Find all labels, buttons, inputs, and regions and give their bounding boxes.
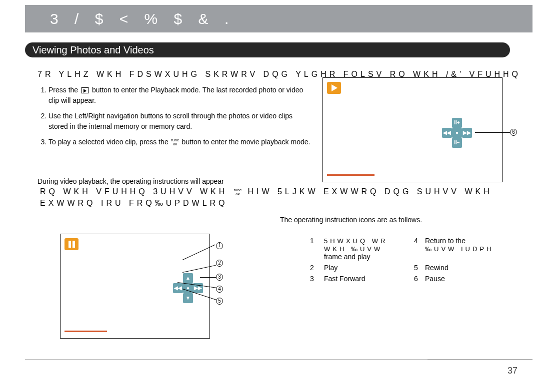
step-3-text-b: button to enter the movie playback mode. (182, 138, 310, 146)
legend-txt-5: Rewind (425, 264, 515, 272)
callout-2: 2 (216, 260, 223, 267)
legend-num-4: 4 (414, 237, 425, 261)
legend-4-line1: Return to the (425, 237, 466, 245)
dpad-center-icon: ● (452, 128, 462, 138)
step-1-text-a: Press the (48, 86, 80, 94)
corrupted-line-2: EXWWRQ IRU FRQ‰UPDWLRQ (40, 199, 228, 208)
section-title: Viewing Photos and Videos (32, 44, 154, 56)
legend-num-2: 2 (310, 264, 324, 272)
legend-1a-line2: frame and play (324, 253, 370, 261)
dpad-right-icon: ▶▶ (462, 128, 472, 138)
callout-line-6 (475, 132, 510, 133)
legend-num-1: 1 (310, 237, 324, 261)
legend-txt-1: 5HWXUQ WR WKH ‰UVW frame and play (324, 237, 414, 261)
func-ok-icon: func ok (172, 138, 179, 146)
legend-table: 1 5HWXUQ WR WKH ‰UVW frame and play 4 Re… (310, 237, 515, 286)
legend-num-6: 6 (414, 275, 425, 283)
playback-icon (81, 87, 89, 93)
ok-label: ok (172, 142, 179, 146)
corr1b: HIW 5LJKW EXWWRQ DQG SUHVV WKH (248, 187, 492, 196)
ok-label-2: ok (234, 192, 242, 196)
legend-row-1: 1 5HWXUQ WR WKH ‰UVW frame and play 4 Re… (310, 237, 515, 261)
callout-4: 4 (216, 286, 223, 293)
legend-txt-2: Play (324, 264, 414, 272)
callout-line-3 (200, 277, 216, 278)
dpad-up-icon-2: ▲ (183, 273, 193, 283)
legend-num-3: 3 (310, 275, 324, 283)
corrupted-line-1: RQ WKH VFUHHQ 3UHVV WKH func ok HIW 5LJK… (40, 187, 492, 196)
pause-badge-icon (64, 238, 78, 250)
manual-page: 3 / $ < % $ & . Viewing Photos and Video… (0, 0, 540, 392)
operating-desc: The operating instruction icons are as f… (280, 216, 422, 224)
legend-4-corr: ‰UVW IUDPH (425, 245, 494, 253)
step-2: Use the Left/Right navigation buttons to… (48, 111, 312, 132)
callout-5: 5 (216, 298, 223, 305)
lcd-preview-play: II+ II− ◀◀ ▶▶ ● (322, 77, 502, 182)
legend-txt-3: Fast Forward (324, 275, 414, 283)
step-3-text-a: To play a selected video clip, press the (48, 138, 170, 146)
step-1: Press the button to enter the Playback m… (48, 85, 312, 106)
lcd-preview-pause: ▲ ▼ ◀◀ ▶▶ ● (60, 234, 210, 339)
legend-num-5: 5 (414, 264, 425, 272)
footer-accent (428, 360, 532, 360)
dpad-down-icon: II− (452, 138, 462, 148)
corr1a: RQ WKH VFUHHQ 3UHVV WKH (40, 187, 228, 196)
dpad-down-icon-2: ▼ (183, 293, 193, 303)
progress-bar-bottom (64, 331, 107, 332)
callout-6: 6 (510, 129, 517, 136)
dpad-top: II+ II− ◀◀ ▶▶ ● (442, 118, 472, 148)
dpad-left-icon: ◀◀ (442, 128, 452, 138)
legend-row-2: 2 Play 5 Rewind (310, 264, 515, 272)
legend-1a-corr: 5HWXUQ WR WKH ‰UVW (324, 237, 388, 253)
legend-txt-6: Pause (425, 275, 515, 283)
banner-title: 3 / $ < % $ & . (50, 10, 234, 27)
step-3: To play a selected video clip, press the… (48, 137, 312, 147)
dpad-up-icon: II+ (452, 118, 462, 128)
instruction-steps: Press the button to enter the Playback m… (38, 85, 312, 152)
top-banner: 3 / $ < % $ & . (25, 5, 532, 32)
callout-3: 3 (216, 274, 223, 281)
play-badge-icon (327, 82, 341, 94)
progress-bar-top (327, 174, 374, 176)
during-line: During video playback, the operating ins… (38, 177, 224, 185)
dpad-bottom: ▲ ▼ ◀◀ ▶▶ ● (173, 273, 203, 303)
page-number: 37 (508, 366, 518, 376)
dpad-left-icon-2: ◀◀ (173, 283, 183, 293)
func-ok-icon-2: func ok (234, 188, 242, 196)
section-header: Viewing Photos and Videos (25, 42, 510, 57)
callout-1: 1 (216, 242, 223, 249)
legend-row-3: 3 Fast Forward 6 Pause (310, 275, 515, 283)
legend-txt-4: Return to the ‰UVW IUDPH (425, 237, 515, 261)
